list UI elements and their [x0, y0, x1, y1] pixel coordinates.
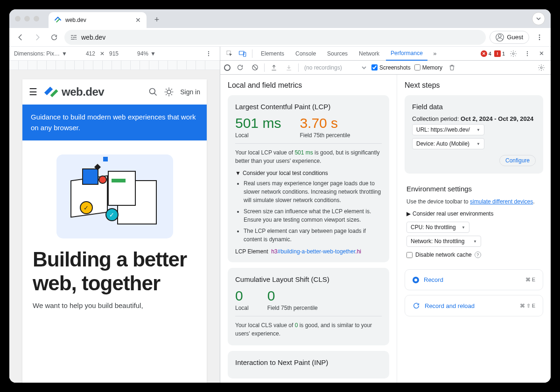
inspect-icon[interactable] — [224, 48, 235, 59]
download-icon[interactable] — [283, 62, 294, 73]
tab-title: web.dev — [65, 17, 132, 23]
screenshots-checkbox[interactable]: Screenshots — [371, 64, 411, 71]
url-select[interactable]: URL: https://web.dev/ — [412, 124, 484, 135]
simulate-devices-link[interactable]: simulate different devices — [470, 198, 533, 205]
back-button[interactable] — [14, 31, 27, 44]
recordings-select[interactable]: (no recordings) — [302, 64, 368, 71]
close-devtools-icon[interactable]: ✕ — [536, 48, 547, 59]
site-logo[interactable]: web.dev — [43, 84, 104, 100]
cpu-throttling-select[interactable]: CPU: No throttling — [406, 222, 469, 233]
devtools-panel: Elements Console Sources Network Perform… — [220, 47, 551, 383]
reload-record-icon[interactable] — [234, 62, 245, 73]
hero-subtitle: We want to help you build beautiful, — [22, 295, 207, 309]
traffic-minimize[interactable] — [24, 16, 30, 21]
traffic-maximize[interactable] — [34, 16, 39, 21]
reload-button[interactable] — [48, 31, 61, 44]
new-tab-button[interactable]: + — [150, 13, 163, 26]
tab-close-icon[interactable]: ✕ — [135, 16, 141, 24]
record-reload-shortcut: ⌘ ⇧ E — [520, 303, 535, 309]
browser-toolbar: web.dev Guest — [9, 28, 551, 47]
metrics-section-title: Local and field metrics — [228, 81, 389, 90]
device-height[interactable]: 915 — [109, 50, 119, 57]
device-width[interactable]: 412 — [86, 50, 95, 57]
guest-profile-button[interactable]: Guest — [490, 31, 529, 44]
tab-network[interactable]: Network — [354, 47, 384, 61]
help-icon[interactable]: ? — [475, 252, 481, 258]
ruler — [9, 61, 220, 70]
svg-point-12 — [208, 53, 209, 54]
search-icon[interactable] — [148, 87, 158, 97]
devtools-menu-icon[interactable] — [522, 48, 533, 59]
svg-rect-26 — [244, 52, 246, 56]
preview-body: ☰ web.dev Sign in Guidance to build mode… — [9, 70, 220, 383]
mobile-frame: ☰ web.dev Sign in Guidance to build mode… — [22, 79, 207, 383]
svg-point-33 — [540, 67, 542, 69]
sign-in-link[interactable]: Sign in — [180, 88, 200, 96]
lcp-element[interactable]: LCP Element h3#building-a-better-web-tog… — [235, 248, 382, 255]
env-settings-card: Environment settings Use the device tool… — [405, 179, 543, 264]
inp-card: Interaction to Next Paint (INP) — [228, 351, 389, 378]
svg-point-15 — [167, 90, 171, 94]
memory-checkbox[interactable]: Memory — [414, 64, 442, 71]
svg-rect-3 — [73, 37, 77, 37]
zoom-select[interactable]: 94% ▼ — [137, 50, 156, 57]
upload-icon[interactable] — [268, 62, 280, 73]
tab-sources[interactable]: Sources — [322, 47, 352, 61]
svg-point-13 — [208, 55, 209, 56]
hero-title: Building a better web, together — [22, 248, 207, 295]
record-reload-action[interactable]: Record and reload ⌘ ⇧ E — [405, 295, 543, 316]
tab-console[interactable]: Console — [291, 47, 321, 61]
device-menu-button[interactable] — [202, 47, 215, 60]
traffic-lights — [15, 16, 39, 21]
svg-line-23 — [171, 89, 172, 90]
perf-settings-icon[interactable] — [536, 62, 547, 73]
device-select[interactable]: Device: Auto (Mobile) — [412, 138, 484, 149]
settings-icon[interactable] — [508, 48, 519, 59]
clear-icon[interactable] — [249, 62, 260, 73]
issues-badge[interactable]: !1 — [494, 50, 505, 57]
url-text: web.dev — [81, 34, 105, 41]
cls-card: Cumulative Layout Shift (CLS) 0 Local 0 … — [228, 268, 389, 345]
gc-icon[interactable] — [446, 62, 457, 73]
browser-tab[interactable]: web.dev ✕ — [49, 12, 147, 28]
browser-menu-button[interactable] — [533, 31, 546, 44]
lcp-title: Largest Contentful Paint (LCP) — [235, 103, 382, 111]
svg-point-6 — [498, 35, 501, 37]
record-shortcut: ⌘ E — [525, 277, 535, 283]
errors-badge[interactable]: ✕4 — [481, 50, 491, 57]
tab-elements[interactable]: Elements — [256, 47, 289, 61]
forward-button[interactable] — [31, 31, 44, 44]
svg-point-29 — [527, 53, 528, 54]
env-disclosure[interactable]: ▶ Consider real user environments — [406, 210, 541, 217]
svg-line-32 — [253, 66, 257, 70]
dimension-separator: ✕ — [100, 50, 105, 57]
device-toolbar: Dimensions: Pix… ▼ 412 ✕ 915 94% ▼ — [9, 47, 220, 61]
svg-line-20 — [166, 89, 167, 90]
cls-field-label: Field 75th percentile — [267, 305, 318, 311]
omnibox[interactable]: web.dev — [64, 30, 486, 45]
tab-performance[interactable]: Performance — [386, 47, 427, 61]
configure-button[interactable]: Configure — [499, 155, 536, 166]
content-area: Dimensions: Pix… ▼ 412 ✕ 915 94% ▼ ☰ — [9, 47, 551, 383]
lcp-local-value: 501 ms — [235, 115, 281, 131]
record-button[interactable] — [224, 64, 231, 71]
traffic-close[interactable] — [15, 16, 21, 21]
record-action[interactable]: Record ⌘ E — [405, 269, 543, 290]
next-steps-title: Next steps — [405, 81, 543, 90]
disable-cache-checkbox[interactable]: Disable network cache ? — [406, 252, 541, 258]
hamburger-icon[interactable]: ☰ — [29, 86, 37, 98]
hero-illustration: ✓ ✓ — [56, 154, 173, 238]
theme-icon[interactable] — [164, 87, 174, 97]
devtools-body: Local and field metrics Largest Contentf… — [220, 75, 551, 383]
lcp-disclosure[interactable]: ▼ Consider your local test conditions — [235, 170, 382, 176]
webdev-logo-icon — [43, 84, 59, 100]
tabs-dropdown-button[interactable] — [532, 12, 545, 25]
dimensions-label: Dimensions: Pix… — [14, 50, 60, 57]
more-tabs-icon[interactable]: » — [429, 48, 441, 59]
network-throttling-select[interactable]: Network: No throttling — [406, 236, 481, 247]
site-settings-icon[interactable] — [70, 34, 77, 41]
device-toggle-icon[interactable] — [237, 48, 248, 59]
collection-period: Collection period: Oct 2, 2024 - Oct 29,… — [412, 115, 536, 122]
field-data-card: Field data Collection period: Oct 2, 202… — [405, 95, 543, 174]
dimensions-select[interactable]: Dimensions: Pix… ▼ — [14, 50, 67, 57]
